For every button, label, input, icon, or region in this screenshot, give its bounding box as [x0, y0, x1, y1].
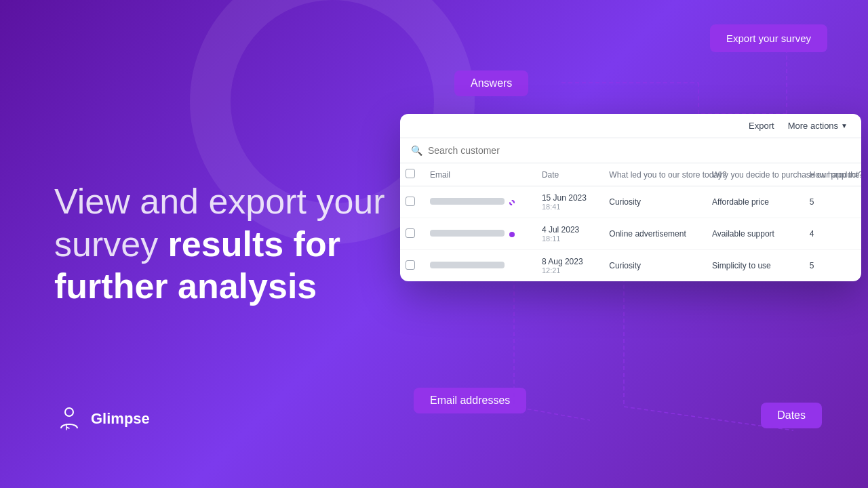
- row-col3-cell: Online advertisement: [601, 218, 704, 250]
- row-date-cell: 15 Jun 2023 18:41: [534, 186, 601, 218]
- email-addresses-callout: Email addresses: [414, 388, 526, 413]
- email-blur: [430, 262, 505, 268]
- row-col5-cell: 5: [802, 250, 861, 282]
- search-input[interactable]: [428, 145, 850, 156]
- right-panel: Export your survey Answers Email address…: [393, 0, 868, 488]
- row-email-cell: [422, 186, 534, 218]
- row-date-cell: 8 Aug 2023 12:21: [534, 250, 601, 282]
- svg-point-0: [65, 408, 73, 416]
- col-date-header: Date: [534, 163, 601, 186]
- row-col4-cell: Available support: [704, 218, 802, 250]
- logo-area: Glimpse: [54, 404, 150, 434]
- annotation-dot-solid: [509, 232, 515, 237]
- col-quality-header: How happ the quality: [802, 163, 861, 186]
- col-email-header: Email: [422, 163, 534, 186]
- ui-card: Export More actions ▼ 🔍 Email Da: [400, 114, 861, 281]
- export-button[interactable]: Export: [749, 121, 774, 131]
- row-col5-cell: 5: [802, 186, 861, 218]
- row-email-cell: [422, 250, 534, 282]
- row-checkbox-cell[interactable]: [400, 218, 422, 250]
- col-led-header: What led you to our store today?: [601, 163, 704, 186]
- row-col4-cell: Simplicity to use: [704, 250, 802, 282]
- row-col5-cell: 4: [802, 218, 861, 250]
- row-checkbox[interactable]: [406, 228, 415, 238]
- email-blur: [430, 230, 505, 237]
- annotation-dot-dashed: [509, 200, 515, 205]
- row-checkbox-cell[interactable]: [400, 186, 422, 218]
- search-icon: 🔍: [411, 145, 422, 156]
- toolbar: Export More actions ▼: [400, 114, 861, 138]
- glimpse-logo-icon: [54, 404, 84, 434]
- hero-text: View and export your survey results for …: [54, 180, 448, 307]
- more-actions-button[interactable]: More actions ▼: [788, 121, 848, 131]
- row-col4-cell: Affordable price: [704, 186, 802, 218]
- row-email-cell: [422, 218, 534, 250]
- row-checkbox[interactable]: [406, 197, 415, 206]
- row-col3-cell: Curiosity: [601, 250, 704, 282]
- export-survey-button[interactable]: Export your survey: [710, 24, 827, 52]
- row-col3-cell: Curiosity: [601, 186, 704, 218]
- col-purchase-header: Why you decide to purchase our product?: [704, 163, 802, 186]
- table-row: 4 Jul 2023 18:11 Online advertisement Av…: [400, 218, 861, 250]
- email-blur: [430, 198, 505, 205]
- logo-text: Glimpse: [91, 410, 150, 428]
- table-wrapper: Email Date What led you to our store tod…: [400, 163, 861, 281]
- table-row: 8 Aug 2023 12:21 Curiosity Simplicity to…: [400, 250, 861, 282]
- chevron-down-icon: ▼: [841, 122, 848, 129]
- row-checkbox-cell[interactable]: [400, 250, 422, 282]
- col-checkbox-header: [400, 163, 422, 186]
- row-checkbox[interactable]: [406, 260, 415, 270]
- select-all-checkbox[interactable]: [406, 169, 415, 178]
- row-date-cell: 4 Jul 2023 18:11: [534, 218, 601, 250]
- answers-callout: Answers: [454, 70, 528, 96]
- search-bar: 🔍: [400, 138, 861, 163]
- results-table: Email Date What led you to our store tod…: [400, 163, 861, 281]
- dates-callout: Dates: [761, 403, 822, 428]
- table-row: 15 Jun 2023 18:41 Curiosity Affordable p…: [400, 186, 861, 218]
